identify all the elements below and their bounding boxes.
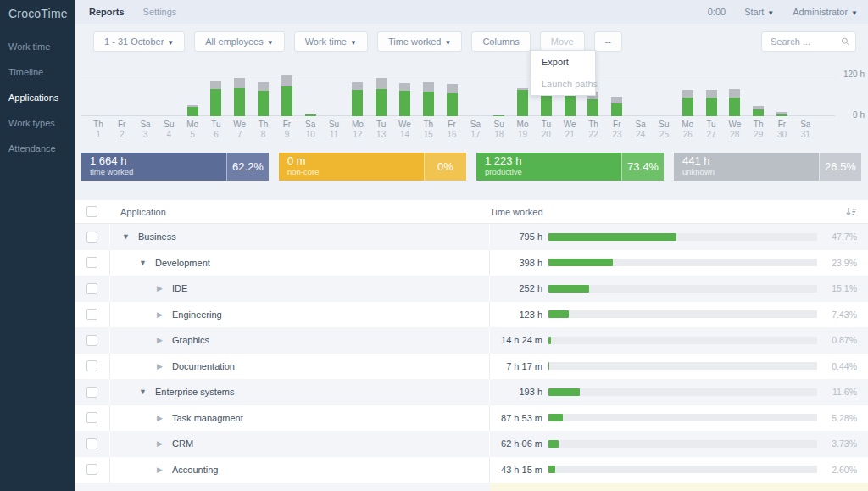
row-checkbox[interactable] [86, 232, 97, 243]
table-row-enterprise-systems[interactable]: ▼Enterprise systems193 h11.6% [75, 379, 868, 405]
expand-icon[interactable]: ▶ [154, 414, 165, 422]
chart-bar-day-23 [605, 75, 629, 116]
search-input[interactable] [771, 36, 841, 47]
chart-bar-day-4 [157, 75, 181, 116]
expand-icon[interactable]: ▶ [154, 466, 165, 474]
collapse-icon[interactable]: ▼ [120, 232, 131, 241]
row-checkbox[interactable] [86, 360, 97, 371]
tab-reports[interactable]: Reports [89, 7, 125, 17]
sort-descending-icon[interactable] [846, 207, 868, 216]
row-checkbox-cell [75, 224, 110, 250]
chart-bar-day-16 [440, 75, 464, 116]
columns-button[interactable]: Columns [471, 31, 530, 52]
weekday-label: Sa [629, 120, 653, 130]
tab-settings[interactable]: Settings [143, 7, 177, 17]
collapse-icon[interactable]: ▼ [137, 388, 148, 396]
weekday-label: Tu [534, 120, 558, 130]
table-row-accounting[interactable]: ▶Accounting43 h 15 m2.60% [75, 457, 868, 483]
x-label-1: Th1 [86, 120, 110, 140]
work-time-button[interactable]: Work time▼ [294, 31, 368, 52]
sidebar-item-work-types[interactable]: Work types [0, 110, 75, 136]
progress-fill [548, 466, 555, 473]
day-number-label: 9 [275, 130, 299, 140]
move-button[interactable]: Move [540, 31, 585, 52]
expand-icon[interactable]: ▶ [154, 284, 165, 293]
card-main: 1 223 hproductive [476, 153, 621, 181]
stacked-bar [611, 97, 622, 116]
percent-value: 0.87% [824, 335, 868, 345]
user-menu[interactable]: Administrator▼ [793, 7, 858, 17]
expand-icon[interactable]: ▶ [154, 310, 165, 319]
sidebar-item-applications[interactable]: Applications [0, 85, 75, 110]
progress-track [548, 233, 817, 241]
table-row-development[interactable]: ▼Development398 h23.9% [75, 250, 868, 276]
-button[interactable]: -- [594, 31, 622, 52]
time-value: 62 h 06 m [490, 438, 542, 449]
row-checkbox[interactable] [86, 464, 97, 475]
menu-item-launch-paths[interactable]: Launch paths [531, 73, 595, 95]
chart-bar-day-17 [464, 75, 487, 116]
all-employees-button[interactable]: All employees▼ [194, 31, 284, 52]
x-label-21: We21 [558, 120, 581, 140]
chart-bar-day-26 [676, 75, 699, 116]
weekday-label: Mo [181, 120, 204, 130]
expand-icon[interactable]: ▶ [154, 336, 165, 344]
application-cell: ▶Task managment [110, 405, 490, 432]
row-checkbox[interactable] [86, 438, 97, 449]
search-box[interactable] [761, 31, 856, 52]
table-row-ide[interactable]: ▶IDE252 h15.1% [75, 276, 868, 302]
select-all-checkbox[interactable] [86, 206, 97, 217]
x-label-7: We7 [228, 120, 252, 140]
table-row-crm[interactable]: ▶CRM62 h 06 m3.73% [75, 431, 868, 457]
x-label-29: Th29 [747, 120, 771, 140]
expand-icon[interactable]: ▶ [154, 439, 165, 448]
time-worked-cell: 14 h 24 m0.87% [490, 327, 868, 354]
day-number-label: 22 [581, 130, 605, 140]
chart-bar-day-15 [416, 75, 440, 116]
table-row-business[interactable]: ▼Business795 h47.7% [75, 224, 868, 250]
expand-icon[interactable]: ▶ [154, 362, 165, 371]
weekday-label: Fr [110, 120, 134, 130]
table-row-documentation[interactable]: ▶Documentation7 h 17 m0.44% [75, 354, 868, 380]
unknown-segment [258, 82, 269, 91]
row-checkbox[interactable] [86, 309, 97, 320]
row-checkbox[interactable] [86, 283, 97, 294]
unknown-segment [447, 84, 458, 93]
time-value: 795 h [490, 232, 542, 242]
row-checkbox[interactable] [86, 387, 97, 398]
collapse-icon[interactable]: ▼ [137, 259, 148, 267]
weekday-label: Sa [134, 120, 158, 130]
time-value: 252 h [490, 283, 542, 293]
sidebar-item-attendance[interactable]: Attendance [0, 136, 75, 161]
button-label: Time worked [388, 36, 442, 47]
row-checkbox[interactable] [86, 412, 97, 423]
chart-bar-day-9 [275, 75, 299, 116]
weekday-label: Th [86, 120, 110, 130]
time-worked-button[interactable]: Time worked▼ [377, 31, 462, 52]
weekday-label: We [723, 120, 747, 130]
progress-fill [548, 337, 551, 344]
row-checkbox[interactable] [86, 335, 97, 346]
1-31-october-button[interactable]: 1 - 31 October▼ [93, 31, 185, 52]
column-header-time-worked[interactable]: Time worked [490, 207, 543, 217]
card-label: time worked [90, 166, 218, 177]
time-worked-cell: 123 h7.43% [490, 302, 868, 328]
start-button[interactable]: Start▼ [744, 7, 774, 17]
weekday-label: Mo [511, 120, 535, 130]
chart-bar-day-2 [110, 75, 134, 116]
chart-bar-day-14 [393, 75, 417, 116]
sidebar-item-work-time[interactable]: Work time [0, 34, 75, 59]
column-header-application[interactable]: Application [120, 207, 166, 217]
menu-item-export[interactable]: Export [531, 51, 595, 73]
unknown-segment [611, 97, 622, 103]
productive-segment [281, 86, 292, 116]
stacked-bar [352, 82, 363, 116]
table-row-graphics[interactable]: ▶Graphics14 h 24 m0.87% [75, 327, 868, 354]
productive-segment [541, 96, 552, 116]
application-name: Engineering [172, 310, 222, 320]
sidebar-item-timeline[interactable]: Timeline [0, 59, 75, 85]
chart-bar-day-25 [653, 75, 676, 116]
table-row-task-managment[interactable]: ▶Task managment87 h 53 m5.28% [75, 405, 868, 432]
row-checkbox[interactable] [86, 257, 97, 268]
table-row-engineering[interactable]: ▶Engineering123 h7.43% [75, 302, 868, 328]
